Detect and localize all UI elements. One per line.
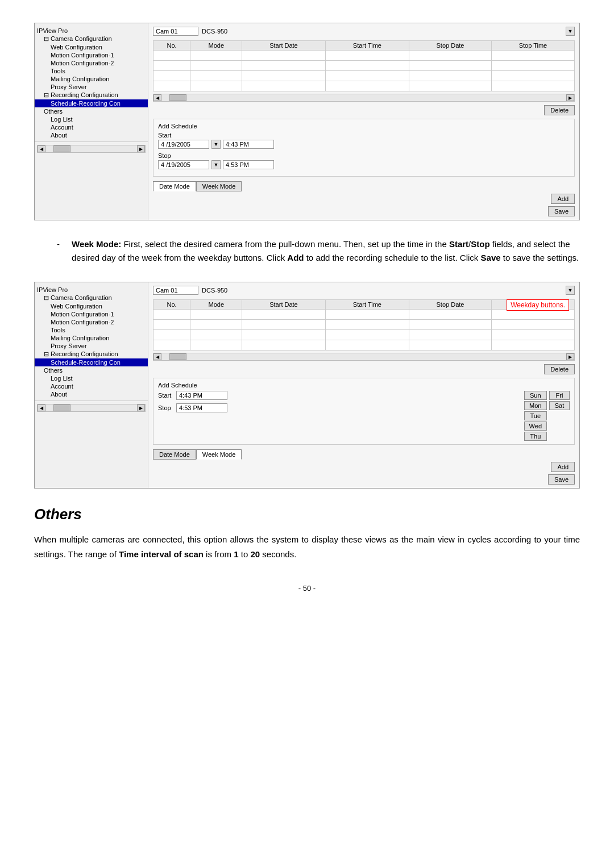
cam-dropdown-arrow-1[interactable]: ▼	[566, 27, 575, 36]
scroll-thumb-2[interactable]	[53, 404, 70, 411]
add-button-2[interactable]: Add	[551, 462, 575, 472]
weekday-col-2: Fri Sat	[549, 391, 570, 441]
sidebar-item-about-2[interactable]: About	[35, 390, 148, 398]
others-text4: seconds.	[260, 549, 296, 559]
sidebar-item-schedule-recording-2[interactable]: Schedule-Recording Con	[35, 358, 148, 366]
sidebar-item-schedule-recording[interactable]: Schedule-Recording Con	[35, 99, 148, 107]
add-row-2: Add	[153, 462, 575, 472]
sidebar-item-log-list-2[interactable]: Log List	[35, 374, 148, 382]
sidebar-item-tools[interactable]: Tools	[35, 67, 148, 75]
sidebar-item-root[interactable]: IPView Pro	[35, 27, 148, 35]
sidebar-item-others-2[interactable]: Others	[35, 366, 148, 374]
start-time-input-1[interactable]	[223, 140, 274, 149]
stop-time-input-1[interactable]	[223, 160, 274, 169]
stop-row-2: Stop	[158, 403, 518, 412]
tab-week-mode-2[interactable]: Week Mode	[196, 449, 242, 460]
delete-button-1[interactable]: Delete	[544, 105, 575, 115]
save-row-2: Save	[153, 474, 575, 485]
sidebar-item-motion-config-2[interactable]: Motion Configuration-2	[35, 59, 148, 67]
cam-select-2[interactable]: Cam 01	[153, 286, 198, 295]
stop-group-2: Stop	[158, 403, 518, 412]
weekday-thu[interactable]: Thu	[524, 432, 547, 441]
start-date-dropdown-1[interactable]: ▼	[211, 140, 221, 149]
sidebar-item-motion-config-1[interactable]: Motion Configuration-1	[35, 51, 148, 59]
add-button-1[interactable]: Add	[551, 194, 575, 204]
table-wrap-2: No. Mode Start Date Start Time Stop Date…	[153, 299, 575, 350]
hscroll-left-2[interactable]: ◀	[154, 353, 161, 360]
weekday-mon[interactable]: Mon	[524, 401, 547, 410]
sidebar-item-others[interactable]: Others	[35, 107, 148, 115]
col-no: No.	[154, 41, 190, 51]
scroll-left-arrow[interactable]: ◀	[38, 145, 45, 152]
stop-date-dropdown-1[interactable]: ▼	[211, 160, 221, 169]
sidebar-item-log-list[interactable]: Log List	[35, 115, 148, 123]
scroll-thumb[interactable]	[53, 145, 70, 152]
sidebar-item-recording-config-2[interactable]: ⊟ Recording Configuration	[35, 350, 148, 358]
sidebar-item-motion-config-2-2[interactable]: Motion Configuration-2	[35, 318, 148, 326]
weekday-tue[interactable]: Tue	[524, 411, 547, 420]
save-button-2[interactable]: Save	[548, 474, 575, 485]
scroll-left-arrow-2[interactable]: ◀	[38, 404, 45, 411]
app-window-1: IPView Pro ⊟ Camera Configuration Web Co…	[34, 23, 580, 220]
sidebar-item-recording-config[interactable]: ⊟ Recording Configuration	[35, 91, 148, 99]
weekday-sat[interactable]: Sat	[549, 401, 570, 410]
scroll-right-arrow-2[interactable]: ▶	[137, 404, 145, 411]
sidebar-1: IPView Pro ⊟ Camera Configuration Web Co…	[35, 23, 148, 220]
sidebar-item-camera-config[interactable]: ⊟ Camera Configuration	[35, 35, 148, 43]
save-button-1[interactable]: Save	[548, 206, 575, 216]
others-section: Others When multiple cameras are connect…	[34, 506, 580, 561]
sidebar-item-about[interactable]: About	[35, 131, 148, 139]
hscroll-thumb-1[interactable]	[169, 94, 186, 101]
stop-time-input-2[interactable]	[176, 403, 227, 412]
start-group-1: Start ▼	[158, 132, 570, 149]
weekday-wed[interactable]: Wed	[524, 422, 547, 431]
sidebar-item-mailing-2[interactable]: Mailing Configuration	[35, 334, 148, 342]
tab-date-mode-1[interactable]: Date Mode	[153, 181, 196, 191]
start-bold: Start	[449, 239, 468, 249]
stop-bold: Stop	[471, 239, 489, 249]
cam-dropdown-arrow-2[interactable]: ▼	[566, 286, 575, 295]
sidebar-item-camera-config-2[interactable]: ⊟ Camera Configuration	[35, 294, 148, 302]
sidebar-item-account-2[interactable]: Account	[35, 382, 148, 390]
sidebar-item-web-config-2[interactable]: Web Configuration	[35, 302, 148, 310]
mode-tabs-2: Date Mode Week Mode	[153, 449, 575, 460]
hscroll-left-1[interactable]: ◀	[154, 94, 161, 101]
stop-date-input-1[interactable]	[158, 160, 209, 169]
bullet-row: - Week Mode: First, select the desired c…	[57, 237, 580, 265]
sidebar-item-tools-2[interactable]: Tools	[35, 326, 148, 334]
hscroll-right-1[interactable]: ▶	[566, 94, 574, 101]
sidebar-item-root-2[interactable]: IPView Pro	[35, 286, 148, 294]
week-mode-label: Week Mode:	[72, 239, 121, 249]
sidebar-item-proxy-2[interactable]: Proxy Server	[35, 342, 148, 350]
sidebar-scrollbar-1[interactable]: ◀ ▶	[35, 141, 148, 155]
table-hscroll-2[interactable]: ◀ ▶	[153, 353, 575, 361]
start-label-1: Start	[158, 132, 570, 139]
col-stop-date-2: Stop Date	[409, 300, 492, 310]
cam-select-1[interactable]: Cam 01	[153, 27, 198, 36]
tab-date-mode-2[interactable]: Date Mode	[153, 449, 196, 460]
delete-button-2[interactable]: Delete	[544, 364, 575, 374]
col-no-2: No.	[154, 300, 190, 310]
scroll-right-arrow[interactable]: ▶	[137, 145, 145, 152]
weekday-fri[interactable]: Fri	[549, 391, 570, 400]
week-schedule-content: Start Stop Sun Mon	[158, 391, 570, 441]
sidebar-item-mailing[interactable]: Mailing Configuration	[35, 75, 148, 83]
col-mode: Mode	[190, 41, 242, 51]
table-row-2	[154, 340, 575, 350]
weekday-sun[interactable]: Sun	[524, 391, 547, 400]
table-hscroll-1[interactable]: ◀ ▶	[153, 94, 575, 102]
sidebar-item-motion-config-1-2[interactable]: Motion Configuration-1	[35, 310, 148, 318]
sidebar-scrollbar-2[interactable]: ◀ ▶	[35, 400, 148, 414]
cam-model-1: DCS-950	[202, 28, 562, 35]
hscroll-right-2[interactable]: ▶	[566, 353, 574, 360]
start-time-input-2[interactable]	[176, 391, 227, 400]
hscroll-thumb-2[interactable]	[169, 353, 186, 360]
sidebar-item-proxy[interactable]: Proxy Server	[35, 83, 148, 91]
table-row-2	[154, 310, 575, 320]
sidebar-item-web-config[interactable]: Web Configuration	[35, 43, 148, 51]
add-schedule-title-2: Add Schedule	[158, 382, 570, 389]
sidebar-item-account[interactable]: Account	[35, 123, 148, 131]
start-date-input-1[interactable]	[158, 140, 209, 149]
tab-week-mode-1[interactable]: Week Mode	[196, 181, 242, 191]
app-window-2: IPView Pro ⊟ Camera Configuration Web Co…	[34, 282, 580, 489]
